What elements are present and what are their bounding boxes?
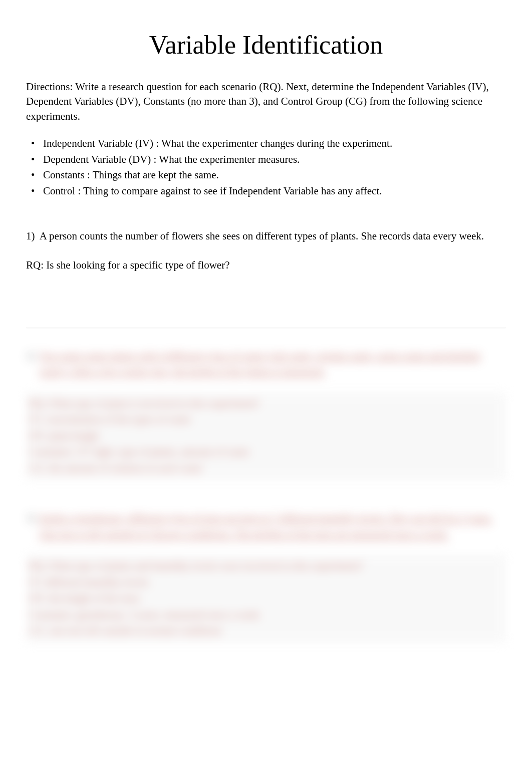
blurred-content: 2)You water some plants with 4 different… — [26, 348, 506, 643]
definition-item: Dependent Variable (DV) : What the exper… — [43, 152, 506, 168]
definition-item: Constants : Things that are kept the sam… — [43, 167, 506, 183]
answer-line: Constants: greenhouse, 3 years, measured… — [26, 607, 506, 624]
question-1-rq: RQ: Is she looking for a specific type o… — [26, 258, 506, 273]
answer-line: RQ: What type of plants and humidity lev… — [26, 558, 506, 575]
question-1-block: 1) A person counts the number of flowers… — [26, 229, 506, 273]
question-body: You water some plants with 4 different t… — [39, 350, 480, 378]
answer-line: Constants: UV light, type of plants, amo… — [26, 444, 506, 461]
answer-line: IV: different humidity levels — [26, 575, 506, 591]
answer-line: RQ: What type of plant is involved in th… — [26, 396, 506, 412]
question-body: A person counts the number of flowers sh… — [40, 230, 484, 242]
definitions-list: Independent Variable (IV) : What the exp… — [26, 136, 506, 199]
question-3-text: 3)Inside a greenhouse, different types o… — [26, 510, 506, 542]
answer-line: IV: concentration of the types of water — [26, 412, 506, 428]
definition-item: Control : Thing to compare against to se… — [43, 183, 506, 199]
answer-line: CG: the amount of solution in each water — [26, 461, 506, 477]
question-number: 3) — [26, 510, 39, 527]
answer-line: CG: one tree left outside in normal cond… — [26, 623, 506, 639]
page-title: Variable Identification — [26, 30, 506, 60]
definition-item: Independent Variable (IV) : What the exp… — [43, 136, 506, 152]
question-1-text: 1) A person counts the number of flowers… — [26, 229, 506, 243]
directions-text: Directions: Write a research question fo… — [26, 80, 506, 124]
answer-line: DV: the height of the trees — [26, 591, 506, 607]
question-2-text: 2)You water some plants with 4 different… — [26, 348, 506, 380]
question-2-answers: RQ: What type of plant is involved in th… — [26, 392, 506, 481]
section-divider — [26, 328, 506, 328]
answer-line: DV: plant height — [26, 428, 506, 445]
question-3-answers: RQ: What type of plants and humidity lev… — [26, 554, 506, 643]
question-number: 2) — [26, 348, 39, 364]
question-body: Inside a greenhouse, different types of … — [39, 512, 492, 540]
question-number: 1) — [26, 230, 35, 242]
